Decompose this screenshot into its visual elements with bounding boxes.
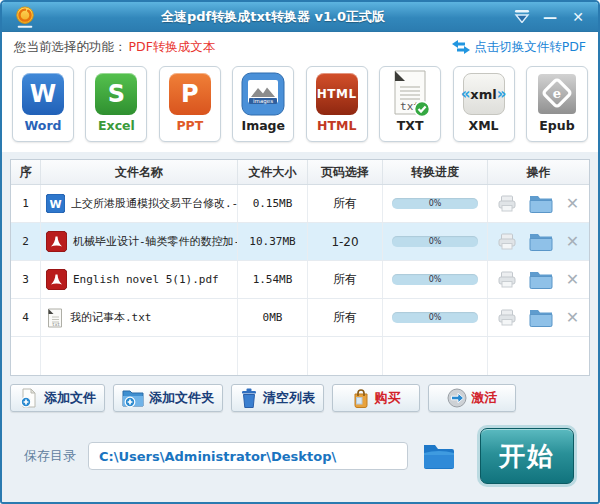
file-size: 1.54MB [238,261,308,298]
format-label: Epub [539,118,574,133]
row-index: 4 [11,299,41,336]
close-button[interactable]: ✕ [566,7,590,27]
action-label: 清空列表 [263,389,315,407]
table-row[interactable]: 1 W 上交所港股通模拟交易平台修改.-.doc 0.15MB 所有 0% ✕ [11,185,589,223]
action-label: 添加文件夹 [149,389,214,407]
remove-file-button[interactable]: ✕ [566,272,579,288]
action-button-row: 添加文件 添加文件夹 清空列表 购买 激活 [10,384,590,412]
progress-cell: 0% [383,299,488,336]
skin-menu-button[interactable] [510,7,534,27]
empty-row [11,337,589,375]
file-size: 0.15MB [238,185,308,222]
current-function-value: PDF转换成文本 [129,39,216,56]
switch-converter-label: 点击切换文件转PDF [474,39,586,56]
table-row[interactable]: 4 txt 我的记事本.txt 0MB 所有 0% ✕ [11,299,589,337]
open-folder-button[interactable] [529,270,553,289]
ppt-icon: P [168,71,212,117]
format-card-excel[interactable]: S Excel [85,66,147,142]
start-button[interactable]: 开始 [480,428,574,484]
column-header: 文件大小 [238,160,308,184]
progress-bar: 0% [392,312,478,323]
page-selection: 1-20 [308,223,383,260]
file-table: 序文件名称文件大小页码选择转换进度操作 1 W 上交所港股通模拟交易平台修改.-… [10,159,590,376]
open-file-button[interactable] [498,233,516,250]
format-label: Excel [98,118,135,133]
format-label: HTML [317,118,356,133]
format-label: PPT [176,118,203,133]
column-header: 操作 [488,160,589,184]
format-card-xml[interactable]: «xml» XML [453,66,515,142]
table-header: 序文件名称文件大小页码选择转换进度操作 [11,160,589,185]
file-name: 上交所港股通模拟交易平台修改.-.doc [71,196,238,211]
file-name: 我的记事本.txt [70,310,152,325]
format-card-txt[interactable]: txt TXT [379,66,441,142]
pdf-file-icon [46,269,67,290]
format-card-image[interactable]: images Image [232,66,294,142]
action-button-0[interactable]: 添加文件 [10,384,105,412]
chevron-down-icon [514,10,530,23]
page-selection: 所有 [308,185,383,222]
svg-text:W: W [49,198,61,211]
function-bar: 您当前选择的功能： PDF转换成文本 点击切换文件转PDF [2,32,598,62]
progress-cell: 0% [383,261,488,298]
svg-text:txt: txt [52,322,60,327]
progress-bar: 0% [392,198,478,209]
column-header: 文件名称 [41,160,238,184]
clear-list-icon [240,388,258,408]
action-button-1[interactable]: 添加文件夹 [113,384,223,412]
format-label: TXT [397,118,424,133]
folder-icon [422,443,456,470]
activate-icon [447,388,467,408]
current-function-label: 您当前选择的功能： [14,39,127,56]
open-folder-button[interactable] [529,308,553,327]
table-row[interactable]: 2 机械毕业设计-轴类零件的数控加-.pdf 10.37MB 1-20 0% ✕ [11,223,589,261]
progress-bar: 0% [392,236,478,247]
open-folder-button[interactable] [529,194,553,213]
format-card-word[interactable]: W Word [12,66,74,142]
word-icon: W [21,71,65,117]
save-bar: 保存目录 开始 [10,428,590,484]
format-card-ppt[interactable]: P PPT [159,66,221,142]
remove-file-button[interactable]: ✕ [566,234,579,250]
remove-file-button[interactable]: ✕ [566,196,579,212]
txt-icon: txt [388,71,432,117]
app-window: 全速pdf转换成txt转换器 v1.0正式版 — ✕ 您当前选择的功能： PDF… [0,0,600,504]
open-file-button[interactable] [498,195,516,212]
action-label: 购买 [375,389,401,407]
remove-file-button[interactable]: ✕ [566,310,579,326]
open-folder-button[interactable] [529,232,553,251]
action-button-3[interactable]: 购买 [332,384,420,412]
xml-icon: «xml» [462,71,506,117]
table-row[interactable]: 3 English novel 5(1).pdf 1.54MB 所有 0% ✕ [11,261,589,299]
save-path-input[interactable] [88,442,408,470]
format-label: Image [241,118,285,133]
open-file-button[interactable] [498,271,516,288]
action-button-2[interactable]: 清空列表 [231,384,324,412]
action-button-4[interactable]: 激活 [428,384,516,412]
row-index: 2 [11,223,41,260]
minimize-button[interactable]: — [538,7,562,27]
format-card-html[interactable]: HTML HTML [306,66,368,142]
txt-file-icon: txt [46,308,64,328]
save-dir-label: 保存目录 [24,447,76,465]
switch-converter-link[interactable]: 点击切换文件转PDF [452,39,586,56]
add-folder-icon [122,388,144,408]
format-card-epub[interactable]: e Epub [526,66,588,142]
file-size: 10.37MB [238,223,308,260]
add-file-icon [19,388,39,408]
file-name: English novel 5(1).pdf [73,273,219,286]
browse-folder-button[interactable] [422,443,456,470]
excel-icon: S [94,71,138,117]
page-selection: 所有 [308,261,383,298]
open-file-button[interactable] [498,309,516,326]
row-index: 3 [11,261,41,298]
format-label: Word [24,118,61,133]
progress-cell: 0% [383,185,488,222]
title-bar: 全速pdf转换成txt转换器 v1.0正式版 — ✕ [2,2,598,32]
progress-bar: 0% [392,274,478,285]
svg-text:images: images [253,98,273,105]
buy-icon [352,388,370,408]
image-icon: images [241,71,285,117]
epub-icon: e [535,71,579,117]
column-header: 序 [11,160,41,184]
